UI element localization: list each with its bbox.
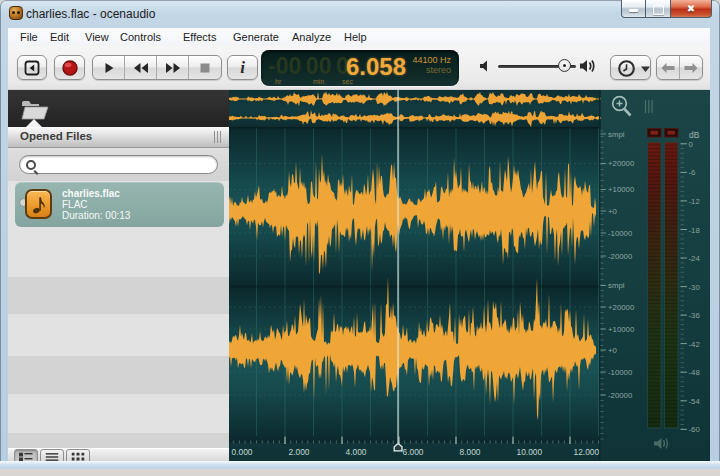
svg-text:smpl: smpl [608,130,625,139]
svg-text:-54: -54 [689,397,701,406]
svg-text:+0: +0 [608,346,618,355]
svg-text:0: 0 [689,140,694,149]
svg-text:-60: -60 [689,425,701,434]
svg-text:8.000: 8.000 [460,447,481,457]
svg-text:-18: -18 [689,226,700,235]
svg-text:-48: -48 [689,368,700,377]
svg-text:+0: +0 [608,207,618,216]
svg-text:10.000: 10.000 [517,447,543,457]
svg-text:-36: -36 [689,311,700,320]
svg-text:dB: dB [689,130,700,140]
svg-text:-24: -24 [689,254,701,263]
svg-text:+10000: +10000 [608,185,635,194]
svg-text:12.000: 12.000 [574,447,600,457]
svg-text:-20000: -20000 [608,252,633,261]
svg-text:-42: -42 [689,340,700,349]
svg-text:-10000: -10000 [608,229,633,238]
svg-text:-20000: -20000 [608,391,633,400]
svg-text:+20000: +20000 [608,303,635,312]
svg-text:-10000: -10000 [608,368,633,377]
svg-text:4.000: 4.000 [346,447,367,457]
svg-text:+20000: +20000 [608,159,635,168]
svg-text:-12: -12 [689,197,700,206]
svg-text:-6: -6 [689,168,696,177]
svg-text:6.000: 6.000 [403,447,424,457]
svg-text:-30: -30 [689,283,701,292]
svg-text:2.000: 2.000 [289,447,310,457]
svg-text:0.000: 0.000 [232,447,253,457]
svg-text:smpl: smpl [608,281,625,290]
svg-text:+10000: +10000 [608,325,635,334]
